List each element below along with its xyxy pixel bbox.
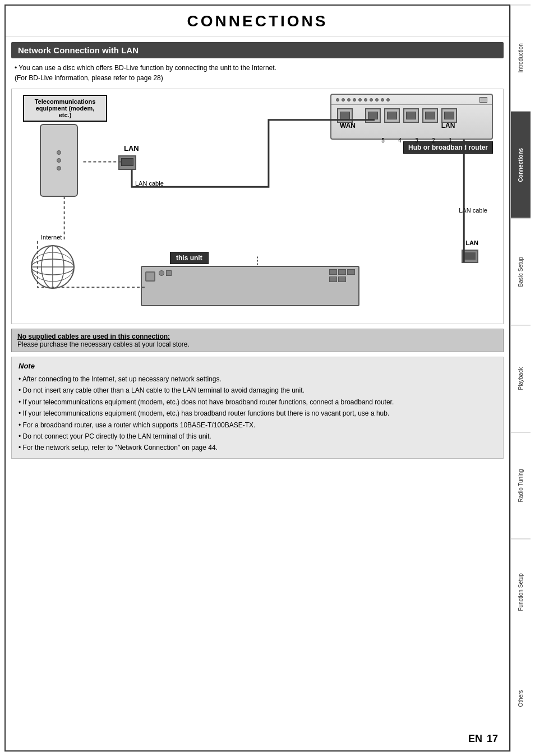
sidebar-item-others: Others [511, 646, 531, 752]
bd-lan-port [462, 250, 478, 263]
bd-conn-1 [329, 269, 337, 275]
note-title: Note [19, 362, 496, 370]
router-dot-7 [370, 98, 373, 102]
globe-icon [27, 242, 78, 292]
page-title: CONNECTIONS [6, 6, 509, 36]
intro-line2: (For BD-Live information, please refer t… [15, 73, 500, 83]
router-dot-3 [347, 98, 350, 102]
router-power-indicator [479, 97, 487, 103]
bd-conn-2 [338, 269, 346, 275]
note-item-7: For the network setup, refer to "Network… [19, 442, 496, 453]
note-item-6: Do not connect your PC directly to the L… [19, 431, 496, 442]
bd-slot [145, 271, 155, 282]
bd-unit-body [141, 266, 359, 306]
main-content: CONNECTIONS Network Connection with LAN … [4, 4, 510, 752]
router-body [330, 94, 493, 140]
lan-port-inner-left [121, 158, 133, 166]
sidebar-item-playback: Playback [511, 325, 531, 431]
router-dot-10 [386, 98, 390, 102]
modem-light-3 [57, 166, 61, 170]
router-top-strip [331, 95, 492, 105]
bd-conn-4 [329, 276, 337, 282]
diagram-area: Telecommunications equipment (modem, etc… [11, 89, 504, 324]
lan-port-left [118, 155, 136, 170]
router-wan-port [337, 108, 353, 123]
intro-line1: • You can use a disc which offers BD-Liv… [15, 63, 500, 73]
router-lan-port-2-inner [425, 112, 435, 119]
sidebar-item-function-setup: Function Setup [511, 538, 531, 645]
cable-note: No supplied cables are used in this conn… [11, 329, 504, 352]
note-item-1: After connecting to the Internet, set up… [19, 374, 496, 385]
telecom-box-label: Telecommunications equipment (modem, etc… [23, 95, 107, 122]
bd-btn-2 [166, 270, 172, 276]
bd-conn-3 [347, 269, 355, 275]
bd-connectors [329, 269, 355, 282]
router-dot-1 [336, 98, 339, 102]
router-lan-port-4-inner [387, 112, 397, 119]
page-number-area: EN 17 [468, 733, 498, 745]
intro-text: • You can use a disc which offers BD-Liv… [15, 63, 500, 83]
modem-light-1 [57, 150, 61, 155]
router-lan-port-5-inner [368, 112, 378, 119]
page-number: 17 [487, 733, 498, 745]
lan-label-left: LAN [124, 144, 139, 153]
note-item-5: For a broadband router, use a router whi… [19, 420, 496, 431]
port-num-5: 5 [375, 137, 391, 144]
lan-port-label-right: LAN [409, 122, 487, 130]
modem-lights [41, 125, 77, 196]
bd-conn-5 [338, 276, 346, 282]
router-port-labels: WAN LAN [330, 122, 491, 130]
sidebar-item-connections: Connections [511, 111, 531, 218]
bd-conn-row2 [329, 276, 355, 282]
port-num-3: 3 [409, 137, 425, 144]
bd-buttons [159, 270, 172, 276]
sidebar: Introduction Connections Basic Setup Pla… [510, 4, 531, 752]
bd-lan-label: LAN [465, 239, 478, 246]
router-dot-9 [381, 98, 384, 102]
this-unit-label: this unit [170, 252, 209, 264]
wan-port-label: WAN [334, 122, 362, 130]
bd-conn-row1 [329, 269, 355, 275]
port-num-2: 2 [426, 137, 441, 144]
bd-btn-1 [159, 270, 164, 276]
cable-note-body: Please purchase the necessary cables at … [17, 340, 190, 348]
internet-label: Internet [41, 234, 62, 241]
router-lan-port-3-inner [406, 112, 416, 119]
lan-cable-left-label: LAN cable [135, 180, 164, 187]
en-label: EN [468, 733, 482, 745]
note-item-3: If your telecommunications equipment (mo… [19, 397, 496, 408]
bd-lan-port-inner [464, 252, 476, 260]
lan-cable-right-label: LAN cable [459, 207, 487, 214]
router-dot-8 [375, 98, 379, 102]
note-section: Note After connecting to the Internet, s… [11, 357, 504, 459]
router-lan-port-4 [384, 108, 400, 123]
router-lan-port-5 [365, 108, 381, 123]
modem-device [40, 124, 78, 197]
port-numbers-row: 5 4 3 2 1 [375, 137, 458, 144]
port-num-4: 4 [392, 137, 408, 144]
router-lan-port-1 [441, 108, 457, 123]
section-header: Network Connection with LAN [11, 42, 504, 58]
modem-light-2 [57, 158, 61, 163]
router-dot-6 [364, 98, 367, 102]
port-num-1: 1 [442, 137, 458, 144]
note-item-2: Do not insert any cable other than a LAN… [19, 385, 496, 396]
router-dot-4 [353, 98, 356, 102]
sidebar-item-radio-tuning: Radio Tuning [511, 432, 531, 538]
cable-note-title: No supplied cables are used in this conn… [17, 333, 170, 340]
note-list: After connecting to the Internet, set up… [19, 374, 496, 454]
router-lan-port-3 [403, 108, 419, 123]
note-item-4: If your telecommunications equipment (mo… [19, 408, 496, 419]
router-dot-5 [358, 98, 362, 102]
router-wan-port-inner [340, 112, 350, 119]
router-lan-port-1-inner [444, 112, 454, 119]
router-dot-2 [342, 98, 345, 102]
router-lan-port-2 [422, 108, 438, 123]
sidebar-item-introduction: Introduction [511, 4, 531, 111]
sidebar-item-basic-setup: Basic Setup [511, 218, 531, 325]
